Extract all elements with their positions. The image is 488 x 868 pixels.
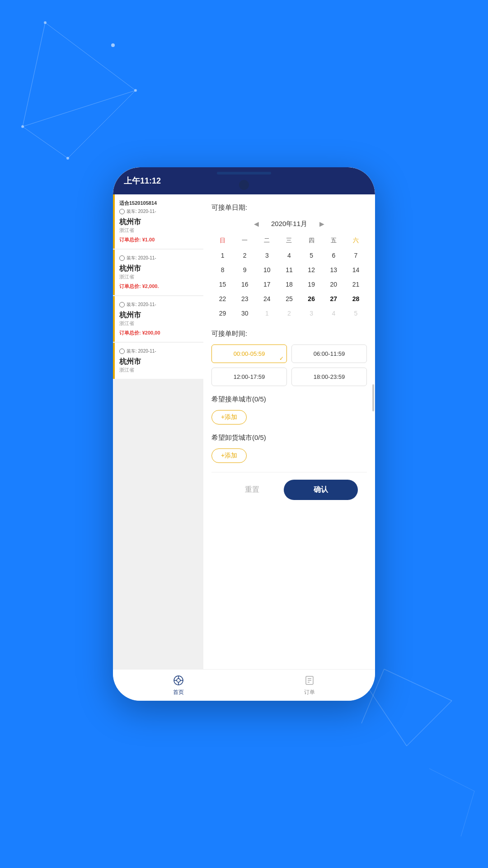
list-item[interactable]: 装车: 2020-11- 杭州市 浙江省 订单总价: ¥200,00: [113, 296, 203, 342]
cal-day[interactable]: 22: [211, 292, 234, 306]
scroll-indicator: [372, 384, 374, 411]
cal-day[interactable]: 18: [278, 277, 300, 292]
bottom-nav: 首页 订单: [113, 669, 375, 701]
cal-day[interactable]: 13: [323, 263, 345, 277]
weekday-thu: 四: [300, 235, 323, 246]
clock-icon: [119, 302, 125, 307]
phone-frame: 上午11:12 适合1520105814 装车: 2020-11- 杭州市 浙江…: [113, 167, 375, 701]
cal-day[interactable]: 19: [300, 277, 323, 292]
time-slot-3[interactable]: 18:00-23:59: [291, 368, 367, 386]
cal-day[interactable]: 21: [345, 277, 367, 292]
weekday-sun: 日: [211, 235, 234, 246]
cal-day[interactable]: 20: [323, 277, 345, 292]
svg-line-4: [23, 90, 136, 127]
confirm-button[interactable]: 确认: [284, 480, 358, 500]
phone-top-bar: [217, 172, 271, 175]
cal-day[interactable]: 11: [278, 263, 300, 277]
nav-item-home[interactable]: 首页: [113, 674, 244, 696]
nav-item-orders[interactable]: 订单: [244, 674, 375, 696]
phone-screen: 上午11:12 适合1520105814 装车: 2020-11- 杭州市 浙江…: [113, 167, 375, 701]
prev-month-button[interactable]: ◀: [251, 218, 262, 229]
calendar-month-label: 2020年11月: [271, 220, 307, 228]
svg-line-14: [429, 769, 474, 791]
orders-icon: [303, 674, 316, 687]
cal-day[interactable]: 4: [278, 248, 300, 263]
cal-day[interactable]: 1: [211, 248, 234, 263]
cal-day[interactable]: 15: [211, 277, 234, 292]
cal-day[interactable]: 8: [211, 263, 234, 277]
order-price: 订单总价: ¥200,00: [119, 330, 199, 336]
phone-camera: [239, 180, 249, 190]
nav-label-home: 首页: [173, 689, 184, 696]
weekday-fri: 五: [323, 235, 345, 246]
cal-day[interactable]: 23: [234, 292, 256, 306]
cal-day[interactable]: 27: [323, 292, 345, 306]
date-section-label: 可接单日期:: [211, 203, 367, 212]
clock-icon: [119, 209, 125, 214]
svg-line-12: [384, 669, 452, 701]
cal-day[interactable]: 2: [278, 306, 300, 321]
time-slot-0[interactable]: 00:00-05:59: [211, 344, 287, 363]
main-content: 适合1520105814 装车: 2020-11- 杭州市 浙江省 订单总价: …: [113, 194, 375, 669]
svg-line-2: [23, 127, 68, 158]
clock-icon: [119, 349, 125, 354]
bottom-actions: 重置 确认: [211, 472, 367, 507]
cal-day[interactable]: 5: [345, 306, 367, 321]
svg-line-1: [68, 90, 136, 158]
cal-day[interactable]: 2: [234, 248, 256, 263]
svg-point-5: [44, 21, 47, 24]
time-section: 可接单时间: 00:00-05:59 06:00-11:59 12:00-17:…: [211, 330, 367, 386]
delivery-city-label: 希望卸货城市(0/5): [211, 434, 367, 442]
add-delivery-city-button[interactable]: +添加: [211, 448, 247, 463]
cal-day[interactable]: 10: [256, 263, 278, 277]
cal-day[interactable]: 26: [300, 292, 323, 306]
weekday-mon: 一: [234, 235, 256, 246]
order-price: 订单总价: ¥2,000.: [119, 283, 199, 290]
delivery-city-section: 希望卸货城市(0/5) +添加: [211, 434, 367, 463]
time-grid: 00:00-05:59 06:00-11:59 12:00-17:59 18:0…: [211, 344, 367, 386]
order-time: 装车: 2020-11-: [119, 302, 199, 308]
cal-day[interactable]: 29: [211, 306, 234, 321]
reset-button[interactable]: 重置: [221, 480, 284, 500]
cal-day[interactable]: 6: [323, 248, 345, 263]
cal-day[interactable]: 25: [278, 292, 300, 306]
filter-panel[interactable]: 可接单日期: ◀ 2020年11月 ▶ 日 一 二 三 四 五: [203, 194, 375, 669]
svg-point-7: [66, 157, 69, 160]
nav-label-orders: 订单: [304, 689, 315, 696]
cal-day[interactable]: 7: [345, 248, 367, 263]
next-month-button[interactable]: ▶: [316, 218, 327, 229]
cal-day[interactable]: 16: [234, 277, 256, 292]
cal-day[interactable]: 3: [300, 306, 323, 321]
order-city: 杭州市: [119, 311, 199, 320]
cal-day[interactable]: 17: [256, 277, 278, 292]
time-slot-2[interactable]: 12:00-17:59: [211, 368, 287, 386]
cal-day[interactable]: 24: [256, 292, 278, 306]
svg-line-3: [23, 23, 45, 127]
svg-point-6: [134, 89, 137, 92]
cal-day[interactable]: 30: [234, 306, 256, 321]
cal-day[interactable]: 28: [345, 292, 367, 306]
order-time: 装车: 2020-11-: [119, 348, 199, 354]
order-province: 浙江省: [119, 367, 199, 373]
time-slot-1[interactable]: 06:00-11:59: [291, 344, 367, 363]
add-pickup-city-button[interactable]: +添加: [211, 410, 247, 425]
list-item[interactable]: 装车: 2020-11- 杭州市 浙江省: [113, 343, 203, 379]
svg-point-9: [111, 43, 115, 47]
cal-day[interactable]: 4: [323, 306, 345, 321]
pickup-city-label: 希望接单城市(0/5): [211, 395, 367, 404]
weekday-sat: 六: [345, 235, 367, 246]
list-item[interactable]: 装车: 2020-11- 杭州市 浙江省 订单总价: ¥2,000.: [113, 250, 203, 295]
cal-day[interactable]: 12: [300, 263, 323, 277]
cal-day[interactable]: 1: [256, 306, 278, 321]
order-id: 适合1520105814: [119, 200, 199, 207]
calendar-section: 可接单日期: ◀ 2020年11月 ▶ 日 一 二 三 四 五: [211, 203, 367, 321]
cal-day[interactable]: 9: [234, 263, 256, 277]
order-price: 订单总价: ¥1.00: [119, 236, 199, 243]
order-province: 浙江省: [119, 227, 199, 234]
cal-day[interactable]: 14: [345, 263, 367, 277]
pickup-city-section: 希望接单城市(0/5) +添加: [211, 395, 367, 425]
order-city: 杭州市: [119, 217, 199, 227]
cal-day[interactable]: 3: [256, 248, 278, 263]
list-item[interactable]: 适合1520105814 装车: 2020-11- 杭州市 浙江省 订单总价: …: [113, 194, 203, 249]
cal-day[interactable]: 5: [300, 248, 323, 263]
